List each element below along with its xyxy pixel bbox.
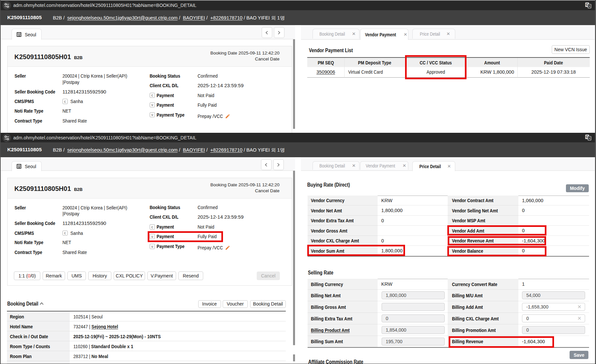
svg-text:X: X [588,137,590,140]
svg-text:X: X [588,5,590,8]
